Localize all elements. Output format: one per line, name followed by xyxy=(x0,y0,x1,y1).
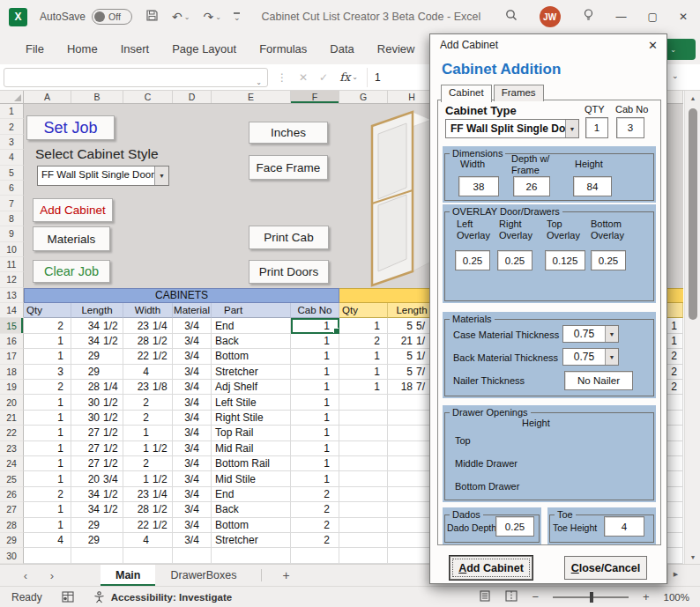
cell-B16[interactable]: 341/2 xyxy=(71,334,123,349)
cell-F15[interactable]: 1 xyxy=(291,318,339,333)
cell-D15[interactable]: 3/4 xyxy=(173,318,212,333)
table-header-material[interactable]: Material xyxy=(173,303,212,318)
cell-F19[interactable]: 1 xyxy=(291,380,339,395)
cell-D28[interactable]: 3/4 xyxy=(173,518,212,533)
function-chevron-icon[interactable]: ⌄ xyxy=(352,73,358,81)
add-sheet-icon[interactable]: + xyxy=(283,568,290,582)
row-header-6[interactable]: 6 xyxy=(0,181,24,196)
cell-B20[interactable]: 301/2 xyxy=(71,395,123,410)
cell-B15[interactable]: 341/2 xyxy=(71,318,123,333)
cancel-entry-icon[interactable]: ✕ xyxy=(299,71,308,84)
cell-E22[interactable]: Top Rail xyxy=(212,426,291,440)
row-header-8[interactable]: 8 xyxy=(0,211,24,226)
cell-D27[interactable]: 3/4 xyxy=(173,502,212,517)
row-header-19[interactable]: 19 xyxy=(0,380,24,395)
customize-qat-icon[interactable]: ⌄ xyxy=(234,12,241,21)
cell-B19[interactable]: 281/4 xyxy=(71,380,123,395)
col-header-E[interactable]: E xyxy=(212,91,291,103)
cell-F28[interactable]: 2 xyxy=(291,518,339,533)
cell-F18[interactable]: 1 xyxy=(291,365,339,380)
zoom-in-icon[interactable]: + xyxy=(643,590,650,603)
cell-A23[interactable]: 1 xyxy=(24,441,71,456)
dado-depth-field[interactable]: 0.25 xyxy=(495,516,534,537)
row-header-14[interactable]: 14 xyxy=(0,303,24,318)
row-header-12[interactable]: 12 xyxy=(0,272,24,287)
accessibility-status-label[interactable]: Accessibility: Investigate xyxy=(111,592,232,603)
cell-A28[interactable]: 1 xyxy=(24,518,71,533)
cell-A26[interactable]: 2 xyxy=(24,487,71,502)
cell-D19[interactable]: 3/4 xyxy=(173,380,212,395)
table-header-width[interactable]: Width xyxy=(123,303,173,318)
cell-C30[interactable] xyxy=(123,548,173,563)
cell-A19[interactable]: 2 xyxy=(24,380,71,395)
cell-C28[interactable]: 221/2 xyxy=(123,518,173,533)
col-header-D[interactable]: D xyxy=(173,91,212,103)
cell-G26[interactable] xyxy=(339,487,388,502)
cell-D16[interactable]: 3/4 xyxy=(173,334,212,349)
redo-icon[interactable]: ↷ xyxy=(203,10,213,24)
row-header-16[interactable]: 16 xyxy=(0,334,24,349)
cell-B21[interactable]: 301/2 xyxy=(71,411,123,426)
cell-G20[interactable] xyxy=(339,395,388,410)
prev-sheet-icon[interactable]: ‹ xyxy=(12,569,39,582)
cell-A22[interactable]: 1 xyxy=(24,426,71,440)
dropdown-arrow-icon[interactable]: ▼ xyxy=(565,120,578,137)
cell-B24[interactable]: 271/2 xyxy=(71,456,123,471)
print-doors-button[interactable]: Print Doors xyxy=(249,260,329,284)
formula-bar-expand-icon[interactable]: ⌄ xyxy=(672,71,679,80)
cell-D26[interactable]: 3/4 xyxy=(173,487,212,502)
cell-G24[interactable] xyxy=(339,456,388,471)
cell-F16[interactable]: 1 xyxy=(291,334,339,349)
table-header-part[interactable]: Part xyxy=(212,303,291,318)
cell-G29[interactable] xyxy=(339,533,388,548)
cell-D22[interactable]: 3/4 xyxy=(173,426,212,440)
right-table-header-qty[interactable]: Qty xyxy=(339,303,388,318)
cell-A24[interactable]: 1 xyxy=(24,456,71,471)
cell-B22[interactable]: 271/2 xyxy=(71,426,123,440)
cell-C29[interactable]: 4 xyxy=(123,533,173,548)
cell-B23[interactable]: 271/2 xyxy=(71,441,123,456)
cell-C27[interactable]: 281/2 xyxy=(123,502,173,517)
materials-button[interactable]: Materials xyxy=(33,226,110,251)
cell-C24[interactable]: 2 xyxy=(123,456,173,471)
table-header-cab-no[interactable]: Cab No xyxy=(291,303,339,318)
dropdown-arrow-icon[interactable]: ▼ xyxy=(154,167,168,185)
ribbon-tab-home[interactable]: Home xyxy=(56,33,109,64)
dialog-tab-frames[interactable]: Frames xyxy=(494,85,544,101)
cell-C26[interactable]: 231/4 xyxy=(123,487,173,502)
cell-E17[interactable]: Bottom xyxy=(212,349,291,364)
page-layout-view-icon[interactable] xyxy=(479,590,491,604)
cell-G28[interactable] xyxy=(339,518,388,533)
row-header-7[interactable]: 7 xyxy=(0,196,24,211)
row-header-28[interactable]: 28 xyxy=(0,518,24,533)
row-header-29[interactable]: 29 xyxy=(0,533,24,548)
cell-D24[interactable]: 3/4 xyxy=(173,456,212,471)
cell-E28[interactable]: Bottom xyxy=(212,518,291,533)
back-material-dropdown[interactable]: 0.75 ▼ xyxy=(562,348,619,366)
scroll-up-icon[interactable]: ▲ xyxy=(685,91,700,105)
cell-F30[interactable] xyxy=(291,548,339,563)
cell-E26[interactable]: End xyxy=(212,487,291,502)
table-header-qty[interactable]: Qty xyxy=(24,303,71,318)
insert-function-icon[interactable]: fx xyxy=(339,70,350,84)
zoom-slider[interactable] xyxy=(553,596,629,598)
cell-G27[interactable] xyxy=(339,502,388,517)
cell-D30[interactable] xyxy=(173,548,212,563)
cell-G23[interactable] xyxy=(339,441,388,456)
cell-D20[interactable]: 3/4 xyxy=(173,395,212,410)
zoom-slider-knob[interactable] xyxy=(590,592,593,603)
add-cabinet-sheet-button[interactable]: Add Cabinet xyxy=(33,198,113,222)
cell-C23[interactable]: 11/2 xyxy=(123,441,173,456)
maximize-button[interactable]: ▢ xyxy=(648,11,658,23)
cell-A30[interactable] xyxy=(24,548,71,563)
lightbulb-icon[interactable] xyxy=(582,8,595,26)
cell-D18[interactable]: 3/4 xyxy=(173,365,212,380)
cab-no-field[interactable]: 3 xyxy=(616,117,644,138)
cell-G16[interactable]: 2 xyxy=(339,334,388,349)
row-header-26[interactable]: 26 xyxy=(0,487,24,502)
cell-B26[interactable]: 341/2 xyxy=(71,487,123,502)
cell-A25[interactable]: 1 xyxy=(24,471,71,486)
cell-A17[interactable]: 1 xyxy=(24,349,71,364)
dropdown-arrow-icon[interactable]: ▼ xyxy=(605,349,618,365)
row-header-9[interactable]: 9 xyxy=(0,226,24,241)
